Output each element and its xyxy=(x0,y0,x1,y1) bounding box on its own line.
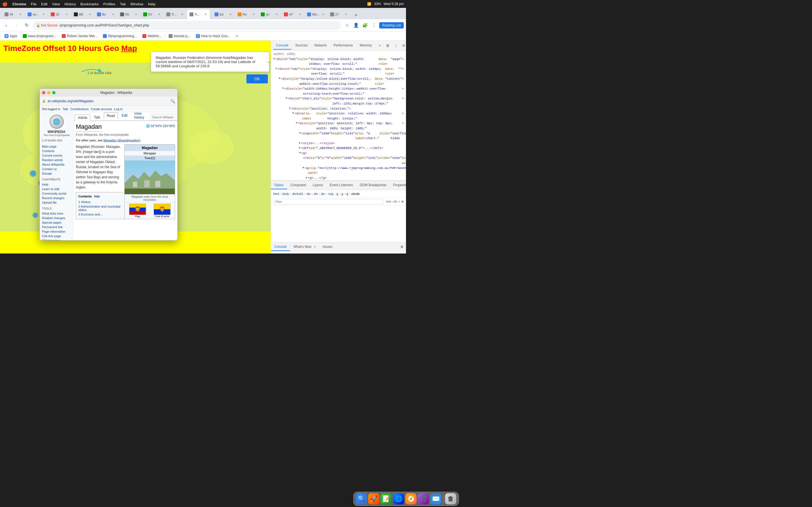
nav-contact[interactable]: Contact us xyxy=(42,167,71,171)
filter-new-rule[interactable]: ⊕ xyxy=(401,200,404,203)
extension-icon[interactable]: 🧩 xyxy=(361,21,369,29)
talk-link[interactable]: Talk xyxy=(63,107,68,111)
nav-community[interactable]: Community portal xyxy=(42,191,71,196)
expand-triangle[interactable] xyxy=(273,57,274,61)
bc-div-3[interactable]: div xyxy=(321,192,325,195)
expand-triangle-4[interactable] xyxy=(282,87,284,91)
view-menu[interactable]: View xyxy=(52,2,60,6)
edit-menu[interactable]: Edit xyxy=(41,2,47,6)
tab-15-close[interactable]: ✕ xyxy=(344,12,348,16)
expand-triangle-11[interactable] xyxy=(299,146,301,150)
tab-4-close[interactable]: ✕ xyxy=(88,12,92,16)
bc-div-2[interactable]: div xyxy=(314,192,318,195)
history-menu[interactable]: History xyxy=(64,2,75,6)
bookmark-apps[interactable]: ⊞ Apps xyxy=(2,33,19,40)
expand-triangle-14[interactable] xyxy=(306,176,307,180)
tab-10-close[interactable]: ✕ xyxy=(229,12,233,16)
bottom-tab-dom-breakpoints[interactable]: DOM Breakpoints xyxy=(356,181,390,189)
tab-7-close[interactable]: ✕ xyxy=(157,12,161,16)
nav-learn[interactable]: Learn to edit xyxy=(42,187,71,191)
code-line-absolute[interactable]: <div style= "position: absolute; left: 0… xyxy=(271,121,406,131)
map-marker-2[interactable]: 🌐 xyxy=(30,170,36,177)
bc-g3[interactable]: g xyxy=(347,192,348,195)
devtools-dock-icon[interactable]: ⋮ xyxy=(393,42,399,49)
new-tab-button[interactable]: + xyxy=(352,11,360,19)
more-menu-icon[interactable]: ⋮ xyxy=(370,21,378,29)
bc-circle[interactable]: circle xyxy=(352,192,360,195)
tab-5-close[interactable]: ✕ xyxy=(111,12,115,16)
bottom-tab-properties[interactable]: Properties xyxy=(390,181,406,189)
nav-donate[interactable]: Donate xyxy=(42,171,71,176)
tab-12[interactable]: rjn ✕ xyxy=(259,10,281,19)
bookmark-rjmp2[interactable]: Rjmprogramming... xyxy=(101,33,139,40)
bottom-tab-styles[interactable]: Styles xyxy=(271,181,287,189)
devtools-tab-network[interactable]: Network xyxy=(312,42,329,50)
tab-4[interactable]: AB ✕ xyxy=(71,10,94,19)
nav-current-events[interactable]: Current events xyxy=(42,153,71,158)
devtools-tab-console[interactable]: Console xyxy=(273,42,291,50)
bookmark-absolute[interactable]: bsolute p... xyxy=(166,33,193,40)
tab-3[interactable]: 10 ✕ xyxy=(49,10,71,19)
chrome-menu[interactable]: Chrome xyxy=(12,2,26,6)
bookmark-rjm[interactable]: www.rjmprogram... xyxy=(20,33,58,40)
tab-1-close[interactable]: ✕ xyxy=(18,12,22,16)
code-line-g1[interactable]: <g> xyxy=(271,151,406,156)
wiki-search-button[interactable]: 🔍 xyxy=(170,99,175,103)
reading-list-button[interactable]: Reading List xyxy=(379,22,404,29)
expand-triangle-13[interactable] xyxy=(303,166,304,170)
tab-3-close[interactable]: ✕ xyxy=(65,12,69,16)
tab-12-close[interactable]: ✕ xyxy=(275,12,279,16)
tab-10[interactable]: Ed ✕ xyxy=(212,10,235,19)
bc-g2[interactable]: g xyxy=(342,192,343,195)
devtools-tab-more[interactable]: » xyxy=(376,42,384,50)
tab-15[interactable]: 27 ✕ xyxy=(328,10,350,19)
bc-div-od1[interactable]: div#od1 xyxy=(292,192,303,195)
code-line-style[interactable]: <style>...</style> xyxy=(271,141,406,146)
tab-1[interactable]: 40 ✕ xyxy=(2,10,25,19)
tab-2-close[interactable]: ✕ xyxy=(42,12,46,16)
tab-13-close[interactable]: ✕ xyxy=(298,12,302,16)
tab-article[interactable]: Article xyxy=(75,114,90,121)
expand-triangle-5[interactable] xyxy=(286,96,287,100)
expand-triangle-12[interactable] xyxy=(299,151,301,155)
tab-talk[interactable]: Talk xyxy=(91,114,103,121)
forward-button[interactable]: › xyxy=(12,21,20,29)
tab-14-close[interactable]: ✕ xyxy=(321,12,325,16)
code-line-g-dots1[interactable]: <g>...</g> xyxy=(271,176,406,180)
bookmarks-menu[interactable]: Bookmarks xyxy=(80,2,99,6)
nav-contents[interactable]: Contents xyxy=(42,149,71,153)
apple-menu[interactable]: 🍎 xyxy=(2,1,8,7)
profiles-menu[interactable]: Profiles xyxy=(103,2,115,6)
tab-6[interactable]: 9G ✕ xyxy=(118,10,140,19)
devtools-settings-icon[interactable]: ⚙ xyxy=(385,42,391,49)
console-tab-issues[interactable]: Issues xyxy=(319,243,336,251)
profile-icon[interactable]: 👤 xyxy=(352,21,360,29)
nav-random-article[interactable]: Random article xyxy=(42,158,71,162)
address-bar[interactable]: 🔓 Not Secure rjmprogramming.com.au/PHP/G… xyxy=(33,21,341,30)
disambiguation-link[interactable]: Magadan (disambiguation) xyxy=(103,138,140,142)
console-tab-whatsnew[interactable]: What's New ✕ xyxy=(290,243,319,251)
devtools-close-icon[interactable]: ✕ xyxy=(400,42,406,49)
bottom-tab-event-listeners[interactable]: Event Listeners xyxy=(326,181,356,189)
filter-hov[interactable]: .hov xyxy=(386,200,391,203)
nav-page-info[interactable]: Page information xyxy=(42,229,71,234)
expand-triangle-2[interactable] xyxy=(275,67,277,71)
styles-filter-input[interactable] xyxy=(273,199,383,205)
tab-9-active[interactable]: Ti... ✕ xyxy=(187,10,210,19)
nav-about[interactable]: About Wikipedia xyxy=(42,162,71,167)
expand-triangle-7[interactable] xyxy=(292,111,294,115)
help-menu[interactable]: Help xyxy=(148,2,156,6)
nav-special-pages[interactable]: Special pages xyxy=(42,220,71,225)
bookmark-more[interactable]: » xyxy=(234,33,240,40)
nav-main-page[interactable]: Main page xyxy=(42,144,71,149)
bottom-tab-computed[interactable]: Computed xyxy=(287,181,309,189)
tab-view-history[interactable]: View history xyxy=(131,112,147,121)
window-zoom-button[interactable] xyxy=(52,91,56,94)
devtools-tab-performance[interactable]: Performance xyxy=(331,42,356,50)
tab-9-close[interactable]: ✕ xyxy=(204,12,207,16)
nav-upload[interactable]: Upload file xyxy=(42,200,71,205)
whatsnew-close[interactable]: ✕ xyxy=(313,245,316,248)
login-link[interactable]: Log in xyxy=(114,107,123,111)
back-button[interactable]: ‹ xyxy=(2,21,10,29)
code-line-od1[interactable]: <div id= "od1" style= "display: inline-b… xyxy=(271,57,406,67)
